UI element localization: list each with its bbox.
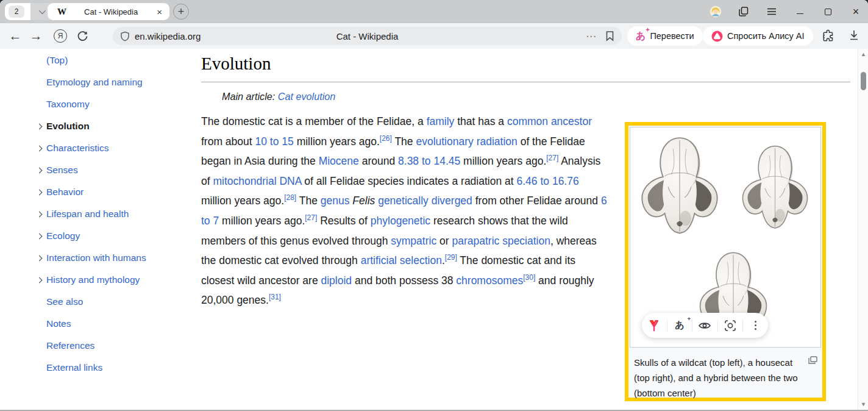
enlarge-icon[interactable] — [808, 356, 817, 364]
reference-link[interactable]: [27] — [305, 213, 317, 222]
toc-label[interactable]: See also — [46, 296, 83, 307]
new-tab-button[interactable]: + — [173, 4, 189, 20]
sidebar-item-references[interactable]: References — [28, 335, 187, 357]
chevron-right-icon[interactable] — [34, 190, 44, 195]
toc-label[interactable]: Evolution — [46, 121, 90, 132]
yandex-logo-icon[interactable] — [647, 319, 661, 332]
article-link[interactable]: artificial selection — [361, 254, 442, 266]
reference-link[interactable]: [31] — [269, 293, 281, 302]
ask-alice-button[interactable]: Спросить Алису AI — [703, 26, 813, 46]
toc-label[interactable]: Behavior — [46, 187, 84, 198]
url-text[interactable]: en.wikipedia.org — [135, 31, 201, 41]
chevron-right-icon[interactable] — [34, 124, 44, 129]
article-link[interactable]: sympatric — [391, 235, 436, 247]
shield-icon[interactable] — [120, 31, 130, 41]
article-link[interactable]: genus — [321, 195, 350, 207]
yandex-home-button[interactable]: Я — [54, 29, 67, 43]
reference-link[interactable]: [30] — [523, 273, 535, 282]
sidebar-item-interaction-with-humans[interactable]: Interaction with humans — [28, 247, 187, 269]
article-link[interactable]: evolutionary radiation — [416, 135, 517, 148]
close-window-button[interactable]: × — [850, 5, 862, 18]
sidebar-item-external-links[interactable]: External links — [28, 357, 187, 379]
article-link[interactable]: 6.46 to 16.76 — [517, 175, 579, 187]
maximize-button[interactable] — [822, 5, 834, 18]
tab-panels-icon[interactable] — [738, 5, 750, 18]
lens-search-icon[interactable] — [724, 319, 737, 332]
toc-label[interactable]: History and mythology — [46, 274, 140, 285]
vertical-scrollbar[interactable]: ▲ ▼ — [858, 49, 868, 410]
sidebar-item-see-also[interactable]: See also — [28, 291, 187, 313]
main-article-link[interactable]: Cat evolution — [278, 91, 336, 102]
address-bar[interactable]: en.wikipedia.org Cat - Wikipedia ⋯ — [113, 27, 622, 45]
toc-label[interactable]: Ecology — [46, 231, 80, 241]
toc-label[interactable]: Taxonomy — [46, 99, 90, 110]
tab-close-icon[interactable]: × — [155, 7, 163, 17]
article-link[interactable]: Miocene — [319, 155, 359, 167]
sidebar-item-evolution[interactable]: Evolution — [28, 115, 187, 137]
extensions-puzzle-icon[interactable] — [822, 29, 834, 42]
article-link[interactable]: 8.38 to 14.45 — [398, 155, 460, 167]
reference-link[interactable]: [28] — [284, 194, 296, 202]
toc-label[interactable]: Notes — [46, 318, 71, 329]
article-link[interactable]: 10 to 15 — [255, 135, 294, 148]
chevron-right-icon[interactable] — [34, 256, 44, 260]
toc-label[interactable]: Etymology and naming — [46, 77, 143, 88]
reload-button[interactable] — [76, 30, 88, 42]
sidebar-item-ecology[interactable]: Ecology — [28, 225, 187, 247]
scroll-up-icon[interactable]: ▲ — [858, 51, 868, 57]
article-link[interactable]: common ancestor — [507, 115, 592, 127]
tab-counter[interactable]: 2 — [5, 3, 52, 20]
bookmark-icon[interactable] — [605, 30, 614, 41]
chevron-right-icon[interactable] — [34, 168, 44, 173]
browser-tab[interactable]: W Cat - Wikipedia × — [48, 3, 169, 20]
skulls-image[interactable]: あ+ — [630, 127, 821, 348]
profile-avatar[interactable] — [710, 5, 722, 18]
sidebar-item-top[interactable]: (Top) — [28, 49, 187, 71]
forward-button[interactable]: → — [26, 29, 46, 43]
sidebar-item-lifespan-and-health[interactable]: Lifespan and health — [28, 203, 187, 225]
article-link[interactable]: family — [427, 115, 455, 127]
more-options-icon[interactable] — [749, 319, 763, 332]
highlighted-thumbnail[interactable]: あ+ — [625, 122, 826, 401]
scrollbar-thumb[interactable] — [861, 72, 866, 90]
sidebar-item-etymology-and-naming[interactable]: Etymology and naming — [28, 71, 187, 93]
translate-button[interactable]: あ✦ Перевести — [627, 26, 703, 46]
toc-label[interactable]: Characteristics — [46, 143, 109, 154]
reference-link[interactable]: [27] — [546, 154, 558, 162]
sidebar-item-characteristics[interactable]: Characteristics — [28, 137, 187, 159]
chevron-right-icon[interactable] — [34, 212, 44, 216]
toc-label[interactable]: References — [46, 340, 94, 351]
article-link[interactable]: diploid — [321, 274, 352, 287]
article-link[interactable]: mitochondrial DNA — [213, 175, 301, 187]
sidebar-item-history-and-mythology[interactable]: History and mythology — [28, 269, 187, 291]
eye-icon[interactable] — [698, 319, 711, 332]
toc-label[interactable]: Senses — [46, 165, 78, 176]
downloads-icon[interactable] — [848, 29, 859, 41]
article-link[interactable]: phylogenetic — [371, 215, 430, 227]
sidebar-item-senses[interactable]: Senses — [28, 159, 187, 181]
toc-label[interactable]: External links — [46, 362, 102, 373]
chevron-right-icon[interactable] — [34, 234, 44, 238]
chevron-right-icon[interactable] — [34, 278, 44, 282]
sidebar-item-behavior[interactable]: Behavior — [28, 181, 187, 203]
sidebar-item-notes[interactable]: Notes — [28, 313, 187, 335]
tab-count-badge[interactable]: 2 — [9, 5, 24, 18]
menu-icon[interactable] — [766, 5, 778, 18]
divider — [692, 320, 692, 332]
chevron-right-icon[interactable] — [34, 146, 44, 151]
toc-label[interactable]: (Top) — [46, 55, 68, 66]
wikipedia-favicon: W — [57, 7, 66, 17]
minimize-button[interactable] — [794, 5, 806, 18]
sidebar-item-taxonomy[interactable]: Taxonomy — [28, 93, 187, 115]
article-link[interactable]: genetically diverged — [378, 195, 472, 207]
reference-link[interactable]: [29] — [445, 253, 457, 262]
scroll-down-icon[interactable]: ▼ — [858, 401, 868, 407]
reference-link[interactable]: [26] — [380, 134, 392, 143]
page-actions-icon[interactable]: ⋯ — [586, 30, 597, 43]
article-link[interactable]: chromosomes — [456, 274, 523, 287]
toc-label[interactable]: Interaction with humans — [46, 252, 146, 263]
article-link[interactable]: parapatric speciation — [452, 235, 550, 247]
back-button[interactable]: ← — [5, 29, 26, 43]
toc-label[interactable]: Lifespan and health — [46, 209, 129, 220]
image-translate-icon[interactable]: あ+ — [673, 319, 686, 332]
